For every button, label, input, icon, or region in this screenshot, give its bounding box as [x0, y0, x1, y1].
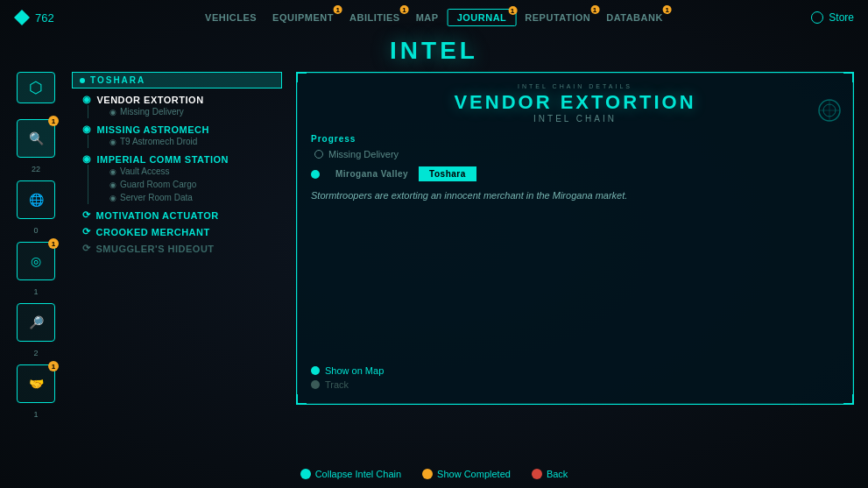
motivation-actuator-title: ⟳ Motivation Actuator [82, 209, 275, 221]
vendor-icon [816, 97, 843, 124]
missing-astromech-children: ◉ T9 Astromech Droid [88, 135, 275, 148]
detail-description: Stormtroopers are extorting an innocent … [311, 188, 839, 203]
collapse-intel-label: Collapse Intel Chain [315, 469, 401, 479]
show-completed-icon [422, 469, 433, 479]
progress-item: Missing Delivery [311, 149, 839, 159]
list-item-crooked-merchant[interactable]: ⟳ Crooked Merchant [72, 223, 282, 239]
target-count: 1 [33, 287, 38, 296]
collapse-intel-button[interactable]: Collapse Intel Chain [300, 469, 401, 479]
track-label: Track [325, 379, 349, 390]
target-badge: 1 [48, 238, 59, 249]
main-content: ⬡ 🔍 1 22 🌐 0 ◎ 1 1 🔎 [0, 72, 868, 463]
page-title-container: Intel [0, 35, 868, 72]
list-item-server-room[interactable]: ◉ Server Room Data [95, 191, 275, 204]
loc-toshara[interactable]: Toshara [419, 166, 476, 181]
sidebar-btn-globe[interactable]: 🌐 [17, 180, 55, 219]
search-icon: 🔍 [29, 131, 44, 145]
zoom-count: 2 [33, 349, 38, 357]
abilities-badge: 1 [400, 5, 409, 14]
imperial-comm-children: ◉ Vault Access ◉ Guard Room Cargo ◉ Serv… [88, 165, 275, 204]
section-dot [80, 78, 85, 83]
currency-icon [14, 10, 30, 25]
smugglers-hideout-title: ⟳ Smuggler's Hideout [82, 243, 275, 254]
detail-panel: INTEL CHAIN DETAILS Vendor Extortion Int… [296, 72, 854, 405]
handshake-icon: 🤝 [29, 377, 44, 391]
currency-amount: 762 [35, 11, 54, 25]
store-label: Store [829, 11, 854, 24]
equipment-badge: 1 [334, 5, 342, 14]
intel-section-header: Toshara [72, 72, 282, 88]
show-on-map-button[interactable]: Show on Map [311, 365, 384, 376]
nav-item-equipment[interactable]: Equipment 1 [265, 9, 341, 26]
store-icon [811, 11, 823, 24]
journal-badge: 1 [508, 6, 517, 15]
nav-item-abilities[interactable]: Abilities 1 [342, 9, 407, 26]
zoom-icon: 🔎 [29, 315, 44, 329]
list-item-vault-access[interactable]: ◉ Vault Access [95, 165, 275, 178]
left-sidebar: ⬡ 🔍 1 22 🌐 0 ◎ 1 1 🔎 [14, 72, 58, 463]
show-on-map-icon [311, 366, 320, 375]
handshake-count: 1 [33, 410, 38, 419]
sidebar-btn-nav[interactable]: ⬡ [17, 72, 55, 103]
back-label: Back [547, 469, 568, 479]
progress-item-label: Missing Delivery [328, 149, 399, 159]
databank-badge: 1 [663, 5, 672, 14]
list-item-t9-astromech[interactable]: ◉ T9 Astromech Droid [95, 135, 275, 148]
search-badge: 1 [48, 116, 59, 126]
vendor-extortion-children: ◉ Missing Delivery [88, 105, 275, 118]
list-item-imperial-comm[interactable]: ◉ Imperial Comm Station ◉ Vault Access ◉… [72, 150, 282, 206]
nav-right[interactable]: Store [811, 11, 854, 24]
crooked-merchant-title: ⟳ Crooked Merchant [82, 226, 275, 237]
sidebar-btn-handshake[interactable]: 🤝 1 [17, 364, 55, 403]
list-item-guard-room[interactable]: ◉ Guard Room Cargo [95, 178, 275, 191]
intel-list: Toshara ◉ Vendor Extortion ◉ Missing Del… [72, 72, 282, 463]
show-completed-label: Show Completed [437, 469, 511, 479]
progress-label: Progress [311, 134, 839, 144]
target-icon: ◎ [31, 254, 41, 268]
globe-icon: 🌐 [29, 193, 44, 207]
back-icon [532, 469, 542, 479]
nav-item-reputation[interactable]: Reputation 1 [518, 9, 597, 26]
list-item-vendor-extortion[interactable]: ◉ Vendor Extortion ◉ Missing Delivery [72, 90, 282, 120]
sidebar-btn-search[interactable]: 🔍 1 [17, 119, 55, 158]
top-nav: 762 Vehicles Equipment 1 Abilities 1 Map… [0, 0, 868, 35]
reputation-badge: 1 [590, 5, 599, 14]
detail-title: Vendor Extortion [311, 91, 839, 114]
sidebar-btn-target[interactable]: ◎ 1 [17, 242, 55, 280]
collapse-intel-icon [300, 469, 311, 479]
nav-item-map[interactable]: Map [409, 9, 446, 26]
sidebar-btn-zoom[interactable]: 🔎 [17, 303, 55, 342]
vendor-extortion-title: ◉ Vendor Extortion [82, 94, 275, 105]
detail-subtitle: Intel Chain [311, 114, 839, 124]
loc-indicator [311, 170, 320, 179]
page-title: Intel [0, 37, 868, 65]
nav-item-databank[interactable]: Databank 1 [599, 9, 670, 26]
section-title: Toshara [90, 75, 145, 85]
imperial-comm-title: ◉ Imperial Comm Station [82, 153, 275, 165]
track-button[interactable]: Track [311, 379, 384, 390]
list-item-missing-astromech[interactable]: ◉ Missing Astromech ◉ T9 Astromech Droid [72, 120, 282, 150]
show-on-map-label: Show on Map [325, 365, 384, 376]
missing-astromech-title: ◉ Missing Astromech [82, 124, 275, 135]
search-count: 22 [32, 165, 40, 173]
detail-label: INTEL CHAIN DETAILS [311, 83, 839, 89]
handshake-badge: 1 [48, 361, 59, 371]
nav-center: Vehicles Equipment 1 Abilities 1 Map Jou… [198, 9, 670, 26]
nav-item-journal[interactable]: Journal 1 [448, 9, 517, 26]
show-completed-button[interactable]: Show Completed [422, 469, 511, 479]
nav-up-icon: ⬡ [29, 78, 43, 97]
bottom-bar: Collapse Intel Chain Show Completed Back [0, 469, 868, 479]
loc-mirogana[interactable]: Mirogana Valley [325, 166, 419, 181]
back-button[interactable]: Back [532, 469, 568, 479]
track-icon [311, 380, 320, 389]
nav-left: 762 [14, 10, 54, 25]
location-tags: Mirogana Valley Toshara [311, 166, 839, 181]
detail-actions: Show on Map Track [311, 365, 384, 393]
list-item-missing-delivery[interactable]: ◉ Missing Delivery [95, 105, 275, 118]
screen: 762 Vehicles Equipment 1 Abilities 1 Map… [0, 0, 868, 488]
nav-item-vehicles[interactable]: Vehicles [198, 9, 264, 26]
progress-icon [314, 150, 323, 159]
list-item-smugglers-hideout[interactable]: ⟳ Smuggler's Hideout [72, 239, 282, 256]
globe-count: 0 [33, 226, 38, 235]
list-item-motivation-actuator[interactable]: ⟳ Motivation Actuator [72, 206, 282, 223]
